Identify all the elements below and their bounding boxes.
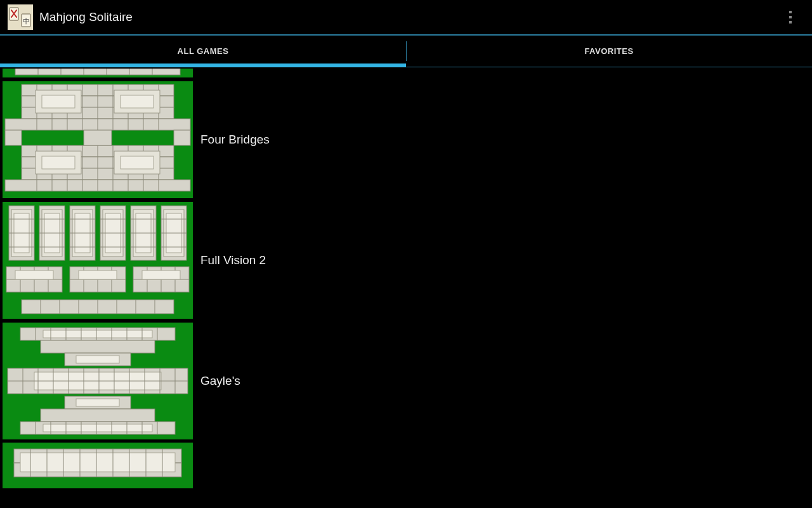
svg-rect-58 (41, 340, 155, 353)
svg-rect-33 (84, 130, 112, 145)
layout-thumbnail (3, 323, 193, 439)
layout-name: Full Vision 2 (200, 253, 266, 267)
svg-rect-102 (20, 453, 175, 472)
tab-label: FAVORITES (584, 46, 633, 56)
tab-all-games[interactable]: ALL GAMES (0, 36, 406, 67)
svg-text:中: 中 (23, 17, 30, 25)
layout-list[interactable]: Four Bridges (0, 67, 812, 508)
layout-name: Four Bridges (200, 133, 270, 147)
list-item[interactable]: Full Vision 2 (0, 201, 812, 321)
list-item[interactable] (0, 442, 812, 490)
svg-rect-64 (43, 330, 152, 338)
layout-thumbnail (3, 443, 193, 488)
layout-thumbnail (3, 69, 193, 77)
layout-name: Gayle's (200, 374, 240, 388)
action-bar: 中 Mahjong Solitaire (0, 0, 812, 36)
app-title: Mahjong Solitaire (39, 10, 133, 24)
layout-thumbnail (3, 81, 193, 198)
svg-rect-34 (174, 130, 190, 145)
list-item[interactable] (0, 67, 812, 80)
tab-label: ALL GAMES (178, 46, 229, 56)
svg-rect-65 (76, 356, 119, 363)
tab-favorites[interactable]: FAVORITES (406, 36, 812, 67)
svg-rect-62 (41, 409, 155, 422)
svg-rect-68 (43, 424, 152, 432)
list-item[interactable]: Four Bridges (0, 80, 812, 201)
svg-rect-32 (5, 130, 22, 145)
overflow-menu-icon[interactable] (776, 3, 804, 31)
list-item[interactable]: Gayle's (0, 321, 812, 442)
layout-thumbnail (3, 202, 193, 319)
svg-rect-7 (15, 69, 180, 75)
app-icon: 中 (8, 4, 33, 30)
tab-bar: ALL GAMES FAVORITES (0, 36, 812, 67)
svg-rect-67 (76, 399, 119, 406)
